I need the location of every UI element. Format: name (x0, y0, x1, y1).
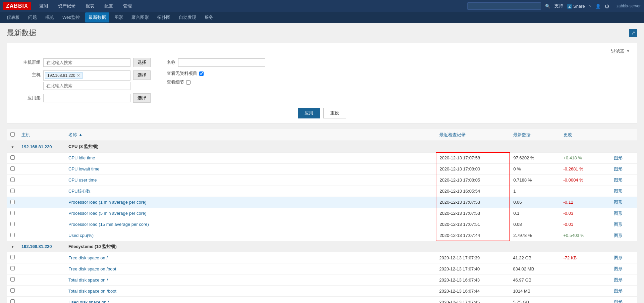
nav-monitor[interactable]: 监测 (38, 3, 50, 9)
row-checkbox[interactable] (10, 277, 15, 282)
host-group-input[interactable] (43, 58, 130, 67)
row-latest-data-cell: 5.75 GB (510, 297, 560, 303)
apply-button[interactable]: 应用 (298, 108, 320, 118)
item-name-link[interactable]: Processor load (1 min average per core) (68, 200, 147, 205)
nav-assets[interactable]: 资产记录 (56, 3, 77, 9)
graph-link[interactable]: 图形 (614, 189, 623, 194)
th-name[interactable]: 名称 ▲ (65, 129, 436, 141)
row-name-cell: Total disk space on / (65, 274, 436, 286)
row-checkbox[interactable] (10, 189, 15, 193)
graph-link[interactable]: 图形 (614, 233, 623, 238)
row-checkbox[interactable] (10, 266, 15, 270)
subnav-agg-graphs[interactable]: 聚合图形 (128, 12, 152, 22)
row-checkbox[interactable] (10, 222, 15, 226)
row-checkbox[interactable] (10, 288, 15, 293)
row-host-cell (18, 286, 65, 297)
filter-icon: ▼ (626, 48, 630, 54)
row-checkbox[interactable] (10, 255, 15, 259)
subnav-overview[interactable]: 概览 (42, 12, 57, 22)
row-checkbox[interactable] (10, 178, 15, 182)
host-search-input[interactable] (43, 82, 130, 90)
subnav-problems[interactable]: 问题 (25, 12, 40, 22)
row-graph-cell: 图形 (610, 197, 637, 208)
group-expand-cell[interactable]: ▼ (7, 241, 18, 252)
host-link[interactable]: 192.168.81.220 (21, 244, 52, 249)
show-detail-checkbox[interactable] (186, 80, 191, 85)
item-name-link[interactable]: Total disk space on /boot (68, 289, 116, 294)
subnav-latest-data[interactable]: 最新数据 (85, 12, 109, 22)
checkbox-group: 查看无资料项目 查看细节 (167, 70, 204, 85)
graph-link[interactable]: 图形 (614, 178, 623, 183)
graph-link[interactable]: 图形 (614, 277, 623, 282)
host-tag-remove[interactable]: ✕ (77, 73, 80, 78)
reset-button[interactable]: 重设 (323, 108, 346, 118)
logout-icon[interactable]: ⏻ (605, 4, 609, 9)
subnav-graphs[interactable]: 图形 (111, 12, 126, 22)
help-icon[interactable]: ? (589, 4, 591, 9)
subnav-autodiscovery[interactable]: 自动发现 (175, 12, 200, 22)
row-change-cell: -0.03 (560, 208, 610, 219)
table-header-row: 主机 名称 ▲ 最近检查记录 最新数据 更改 (7, 129, 637, 141)
item-name-link[interactable]: Free disk space on / (68, 255, 108, 260)
item-name-link[interactable]: CPU user time (68, 178, 97, 183)
host-select-button[interactable]: 选择 (133, 70, 151, 80)
item-name-link[interactable]: CPU核心数 (68, 189, 91, 194)
expand-button[interactable]: ⤢ (629, 29, 637, 37)
subnav-topology[interactable]: 拓扑图 (154, 12, 174, 22)
item-name-link[interactable]: Processor load (15 min average per core) (68, 222, 149, 227)
nav-admin[interactable]: 管理 (121, 3, 133, 9)
graph-link[interactable]: 图形 (614, 211, 623, 216)
row-graph-cell: 图形 (610, 163, 637, 174)
search-icon[interactable]: 🔍 (545, 4, 550, 9)
expand-arrow-icon[interactable]: ▼ (11, 245, 14, 249)
row-checkbox[interactable] (10, 233, 15, 237)
th-host: 主机 (18, 129, 65, 141)
graph-link[interactable]: 图形 (614, 288, 623, 293)
select-all-checkbox[interactable] (10, 132, 15, 137)
support-link[interactable]: 支持 (554, 3, 563, 9)
graph-link[interactable]: 图形 (614, 299, 623, 303)
table-row: CPU核心数 2020-12-13 16:05:54 1 图形 (7, 186, 637, 197)
row-name-cell: Free disk space on /boot (65, 263, 436, 274)
item-name-link[interactable]: Free disk space on /boot (68, 266, 116, 271)
item-name-link[interactable]: CPU idle time (68, 155, 95, 160)
graph-link[interactable]: 图形 (614, 155, 623, 160)
item-name-link[interactable]: Total disk space on / (68, 277, 108, 283)
group-row: ▼ 192.168.81.220 Filesystems (10 监控项) (7, 241, 637, 252)
host-group-select-button[interactable]: 选择 (133, 58, 151, 67)
row-checkbox[interactable] (10, 155, 15, 160)
nav-config[interactable]: 配置 (103, 3, 115, 9)
show-no-data-checkbox[interactable] (199, 71, 204, 76)
group-expand-cell[interactable]: ▼ (7, 141, 18, 152)
app-group-select-button[interactable]: 选择 (133, 93, 151, 103)
row-latest-data-cell: 1 (510, 186, 560, 197)
row-host-cell (18, 174, 65, 186)
nav-reports[interactable]: 报表 (84, 3, 96, 9)
graph-link[interactable]: 图形 (614, 200, 623, 205)
row-checkbox[interactable] (10, 299, 15, 303)
row-checkbox[interactable] (10, 200, 15, 204)
row-checkbox[interactable] (10, 166, 15, 171)
th-graph (610, 129, 637, 141)
name-input[interactable] (178, 58, 265, 67)
subnav-services[interactable]: 服务 (201, 12, 217, 22)
graph-link[interactable]: 图形 (614, 166, 623, 171)
subnav-webmon[interactable]: Web监控 (59, 12, 84, 22)
row-graph-cell: 图形 (610, 263, 637, 274)
row-checkbox-cell (7, 274, 18, 286)
expand-arrow-icon[interactable]: ▼ (11, 145, 14, 149)
row-checkbox[interactable] (10, 211, 15, 215)
item-name-link[interactable]: Used disk space on / (68, 300, 109, 303)
item-name-link[interactable]: Processor load (5 min average per core) (68, 211, 147, 216)
user-icon[interactable]: 👤 (595, 4, 601, 9)
subnav-dashboard[interactable]: 仪表板 (3, 12, 23, 22)
global-search-input[interactable] (467, 2, 541, 10)
zabbix-share-icon[interactable]: Z Share (567, 4, 585, 9)
item-name-link[interactable]: Used cpu(%) (68, 233, 94, 238)
item-name-link[interactable]: CPU iowait time (68, 166, 99, 171)
app-group-input[interactable] (43, 94, 130, 102)
graph-link[interactable]: 图形 (614, 266, 623, 271)
graph-link[interactable]: 图形 (614, 222, 623, 227)
graph-link[interactable]: 图形 (614, 255, 623, 260)
host-link[interactable]: 192.168.81.220 (21, 144, 52, 149)
